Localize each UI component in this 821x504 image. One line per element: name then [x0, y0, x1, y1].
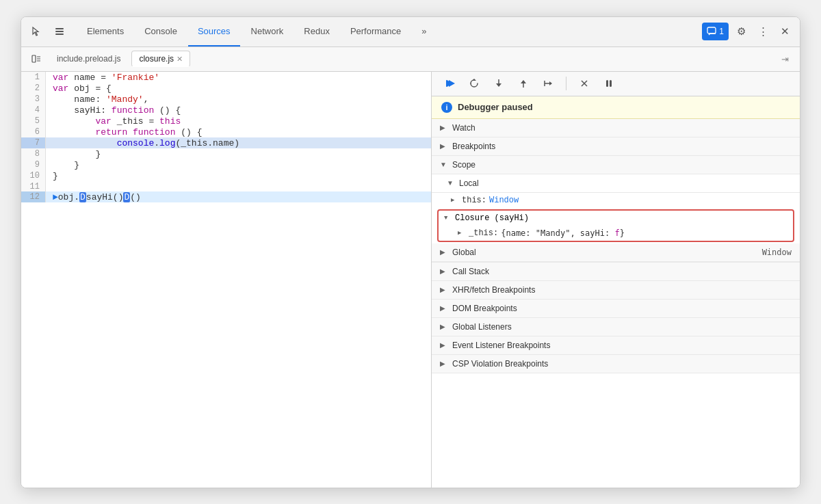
pretty-print-icon[interactable]: ⇥ — [775, 49, 794, 68]
svg-rect-2 — [55, 34, 64, 35]
local-header[interactable]: ▼ Local — [432, 174, 800, 193]
svg-rect-1 — [55, 31, 64, 32]
settings-icon[interactable]: ⚙ — [731, 22, 751, 41]
close-icon[interactable]: ✕ — [775, 22, 794, 41]
global-listeners-triangle: ▶ — [440, 323, 448, 330]
local-triangle: ▼ — [447, 179, 455, 187]
callstack-triangle: ▶ — [440, 267, 448, 275]
svg-rect-3 — [707, 27, 716, 34]
svg-marker-15 — [521, 80, 526, 83]
scope-content: ▼ Local ▶ this: Window ▼ — [432, 174, 800, 263]
scope-panel: ▶ Watch ▶ Breakpoints ▼ Scope ▼ — [432, 119, 800, 488]
debugger-banner: i Debugger paused — [432, 96, 800, 119]
svg-marker-11 — [472, 79, 476, 81]
main-content: 1 var name = 'Frankie' 2 var obj = { 3 n… — [21, 72, 800, 488]
xhr-header[interactable]: ▶ XHR/fetch Breakpoints — [432, 281, 800, 300]
watch-header[interactable]: ▶ Watch — [432, 119, 800, 137]
watch-triangle: ▶ — [440, 124, 448, 131]
tab-console[interactable]: Console — [135, 16, 187, 47]
tab-performance[interactable]: Performance — [341, 16, 410, 47]
info-icon: i — [441, 102, 452, 113]
svg-rect-20 — [610, 80, 612, 87]
tab-bar: Elements Console Sources Network Redux P… — [21, 17, 800, 47]
tab-bar-right: 1 ⚙ ⋮ ✕ — [702, 22, 794, 41]
global-listeners-header[interactable]: ▶ Global Listeners — [432, 318, 800, 336]
table-row: 7 console.log(_this.name) — [21, 137, 431, 148]
table-row: 4 sayHi: function () { — [21, 105, 431, 116]
dom-triangle: ▶ — [440, 304, 448, 312]
pause-on-exception-button[interactable] — [599, 74, 618, 93]
file-tabs: include.preload.js closure.js ✕ — [27, 49, 190, 68]
scope-header[interactable]: ▼ Scope — [432, 156, 800, 174]
file-tab-closure[interactable]: closure.js ✕ — [131, 51, 190, 67]
file-tab-preload[interactable]: include.preload.js — [50, 51, 127, 66]
close-file-icon[interactable]: ✕ — [177, 55, 183, 64]
svg-rect-4 — [32, 55, 36, 62]
dom-header[interactable]: ▶ DOM Breakpoints — [432, 300, 800, 318]
step-button[interactable] — [538, 74, 558, 93]
closure-box: ▼ Closure (sayHi) ▶ _this: {name: "Mandy… — [437, 209, 794, 242]
svg-rect-0 — [55, 28, 64, 29]
svg-rect-9 — [446, 80, 447, 87]
deactivate-breakpoints-button[interactable] — [575, 74, 594, 93]
xhr-triangle: ▶ — [440, 286, 448, 293]
step-over-button[interactable] — [465, 74, 484, 93]
table-row: 3 name: 'Mandy', — [21, 94, 431, 105]
resume-button[interactable] — [440, 74, 459, 93]
table-row: 8 } — [21, 148, 431, 159]
svg-marker-10 — [449, 80, 455, 87]
sub-toolbar: include.preload.js closure.js ✕ ⇥ — [21, 47, 800, 72]
code-panel: 1 var name = 'Frankie' 2 var obj = { 3 n… — [21, 72, 432, 488]
sidebar-toggle[interactable] — [27, 49, 46, 68]
global-header[interactable]: ▶ Global Window — [432, 243, 800, 262]
devtools-window: Elements Console Sources Network Redux P… — [21, 16, 800, 488]
list-item: ▶ this: Window — [432, 193, 800, 208]
tab-more[interactable]: » — [412, 16, 436, 47]
local-content: ▶ this: Window — [432, 193, 800, 208]
feedback-badge[interactable]: 1 — [702, 23, 729, 40]
breakpoints-header[interactable]: ▶ Breakpoints — [432, 137, 800, 156]
tab-elements[interactable]: Elements — [77, 16, 133, 47]
tab-redux[interactable]: Redux — [294, 16, 339, 47]
table-row: 10 } — [21, 170, 431, 181]
code-lines: 1 var name = 'Frankie' 2 var obj = { 3 n… — [21, 72, 431, 202]
table-row: 5 var _this = this — [21, 116, 431, 127]
closure-header[interactable]: ▼ Closure (sayHi) — [439, 211, 793, 226]
table-row: 11 — [21, 181, 431, 191]
list-item: ▶ _this: {name: "Mandy", sayHi: f} — [439, 226, 793, 241]
scope-triangle: ▼ — [440, 161, 448, 168]
csp-triangle: ▶ — [440, 360, 448, 367]
tab-sources[interactable]: Sources — [188, 16, 240, 47]
step-into-button[interactable] — [489, 74, 508, 93]
debug-toolbar — [432, 72, 800, 96]
svg-marker-13 — [496, 83, 501, 87]
global-triangle: ▶ — [440, 248, 448, 256]
callstack-header[interactable]: ▶ Call Stack — [432, 263, 800, 281]
right-panel: i Debugger paused ▶ Watch ▶ Breakpoints … — [432, 72, 800, 488]
breakpoints-triangle: ▶ — [440, 142, 448, 150]
event-listener-triangle: ▶ — [440, 341, 448, 349]
table-row: 2 var obj = { — [21, 83, 431, 94]
table-row: 12 ►obj.DsayHi()D() — [21, 191, 431, 202]
step-out-button[interactable] — [514, 74, 533, 93]
svg-rect-19 — [606, 80, 608, 87]
table-row: 6 return function () { — [21, 127, 431, 137]
toolbar-divider — [566, 77, 566, 90]
csp-header[interactable]: ▶ CSP Violation Breakpoints — [432, 355, 800, 373]
more-icon[interactable]: ⋮ — [753, 22, 772, 41]
tab-network[interactable]: Network — [242, 16, 294, 47]
format-icon: ⇥ — [775, 49, 794, 68]
event-listener-header[interactable]: ▶ Event Listener Breakpoints — [432, 336, 800, 355]
cursor-icon[interactable] — [27, 22, 46, 41]
svg-marker-17 — [549, 81, 552, 85]
layers-icon[interactable] — [50, 22, 69, 41]
table-row: 1 var name = 'Frankie' — [21, 72, 431, 83]
table-row: 9 } — [21, 159, 431, 170]
debugger-banner-text: Debugger paused — [458, 102, 533, 112]
tab-bar-icons — [27, 22, 69, 41]
